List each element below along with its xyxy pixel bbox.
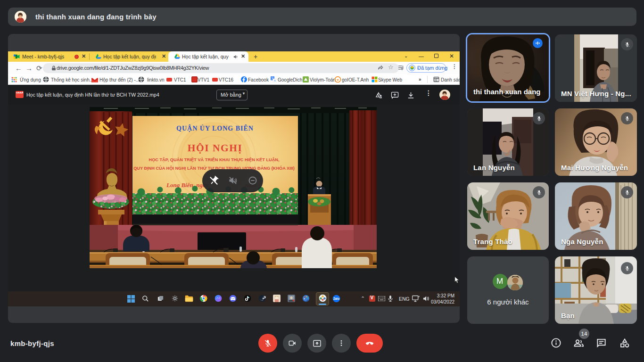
svg-text:QUẬN ỦY LONG BIÊN: QUẬN ỦY LONG BIÊN [176,124,254,132]
svg-text:w: w [336,78,339,81]
svg-text:A: A [274,79,276,82]
svg-text:HỌC TẬP, QUÁN TRIỆT VÀ TRIỂN K: HỌC TẬP, QUÁN TRIỆT VÀ TRIỂN KHAI THỰC H… [149,157,280,162]
svg-text:HỘI NGHỊ: HỘI NGHỊ [188,142,243,154]
svg-text:Zalo: Zalo [333,297,339,300]
